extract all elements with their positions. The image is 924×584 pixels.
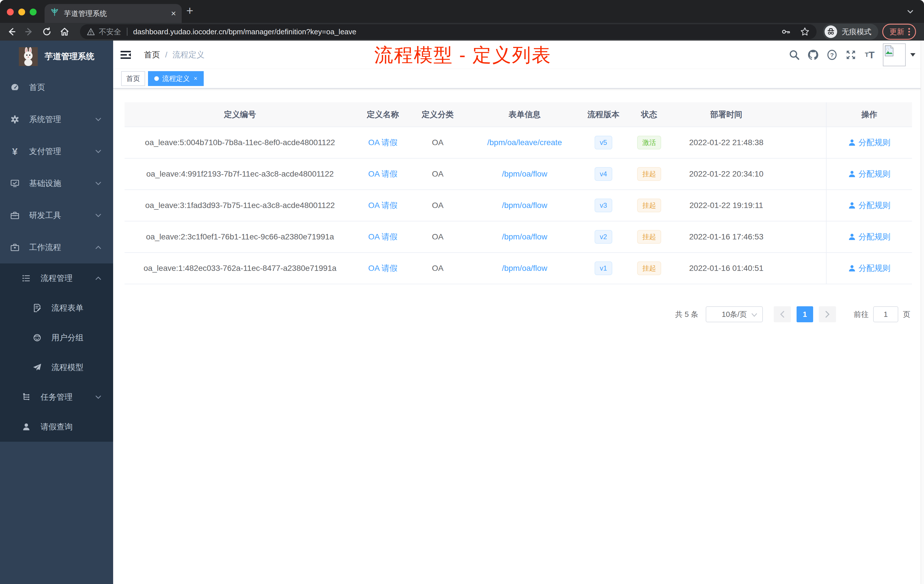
update-browser-button[interactable]: 更新 [882,24,916,40]
tab-search-chevron-icon[interactable] [906,7,914,18]
definition-name-link[interactable]: OA 请假 [368,138,398,147]
sidebar-item-home[interactable]: 首页 [0,71,113,104]
next-page-button[interactable] [819,306,836,322]
definition-name-link[interactable]: OA 请假 [368,170,398,178]
assign-rule-link[interactable]: 分配规则 [848,231,891,242]
yen-icon: ¥ [10,147,20,156]
minimize-window-button[interactable] [18,8,25,15]
window-controls[interactable] [7,8,36,15]
prev-page-button[interactable] [774,306,791,322]
caret-down-icon[interactable] [910,53,916,56]
form-link[interactable]: /bpm/oa/flow [502,232,548,241]
sidebar-item-label: 流程管理 [41,273,73,284]
goto-page-input[interactable]: 1 [873,306,898,322]
cell-version: v1 [584,252,623,284]
assign-rule-link[interactable]: 分配规则 [848,263,891,274]
user-avatar[interactable] [883,43,906,66]
form-link[interactable]: /bpm/oa/flow [502,170,548,178]
form-link[interactable]: /bpm/oa/leave/create [487,138,562,147]
form-link[interactable]: /bpm/oa/flow [502,201,548,210]
browser-menu-icon[interactable] [908,28,910,35]
sidebar-item-label: 系统管理 [29,114,61,125]
screen: 芋道管理系统 × + [0,0,924,584]
back-button[interactable] [5,25,18,39]
address-bar[interactable]: 不安全 dashboard.yudao.iocoder.cn/bpm/manag… [80,24,817,39]
breadcrumb-home[interactable]: 首页 [144,49,160,60]
cell-version: v5 [584,127,623,158]
github-icon[interactable] [807,49,819,61]
scrollbar-track[interactable] [921,41,924,584]
sidebar-item-devtools[interactable]: 研发工具 [0,200,113,231]
paper-plane-icon [33,363,42,372]
cell-category: OA [410,221,465,252]
new-tab-button[interactable]: + [186,3,193,18]
cell-form: /bpm/oa/leave/create [465,127,584,158]
definition-name-link[interactable]: OA 请假 [368,201,398,210]
toolbox-icon [10,211,20,220]
help-icon[interactable]: ? [826,49,838,61]
cell-deploy-time: 2022-01-22 19:19:11 [675,190,777,221]
password-key-icon[interactable] [781,27,791,36]
tag-home[interactable]: 首页 [121,71,145,86]
close-window-button[interactable] [7,8,14,15]
sidebar-item-workflow[interactable]: 工作流程 [0,231,113,264]
cell-name: OA 请假 [355,221,410,252]
sidebar: 芋道管理系统 首页 系统管理 ¥ 支付管 [0,41,113,584]
assign-rule-link[interactable]: 分配规则 [848,137,891,148]
briefcase-icon [10,243,20,252]
sidebar-item-process-form[interactable]: 流程表单 [0,293,113,323]
cell-filler [777,221,826,252]
tab-close-icon[interactable]: × [171,9,176,18]
sidebar-item-leave-query[interactable]: 请假查询 [0,412,113,442]
tab-title: 芋道管理系统 [64,9,171,18]
sidebar-item-label: 支付管理 [29,146,61,157]
home-button[interactable] [58,25,71,39]
cell-version: v3 [584,190,623,221]
address-divider [127,28,127,36]
assign-rule-link[interactable]: 分配规则 [848,168,891,180]
tab-strip: 芋道管理系统 × + [0,0,924,23]
col-header-version: 流程版本 [584,102,623,127]
tag-process-definition[interactable]: 流程定义 × [148,71,204,86]
status-badge: 激活 [637,136,661,149]
sidebar-logo[interactable]: 芋道管理系统 [0,41,113,70]
cell-filler [777,127,826,158]
current-page-button[interactable]: 1 [797,306,813,322]
search-icon[interactable] [788,49,800,61]
hamburger-icon[interactable] [113,49,132,61]
zoom-window-button[interactable] [30,8,36,15]
sidebar-item-user-group[interactable]: 用户分组 [0,323,113,353]
sidebar-item-process-model[interactable]: 流程模型 [0,353,113,382]
fullscreen-icon[interactable] [845,49,857,61]
browser-tab[interactable]: 芋道管理系统 × [45,4,182,23]
cell-form: /bpm/oa/flow [465,190,584,221]
annotation-title: 流程模型 - 定义列表 [374,42,551,68]
font-size-icon[interactable]: TT [863,49,876,61]
form-link[interactable]: /bpm/oa/flow [502,264,548,272]
chevron-down-icon [95,116,102,123]
cell-deploy-time: 2022-01-16 17:46:53 [675,221,777,252]
forward-button[interactable] [22,25,36,39]
cell-filler [777,158,826,190]
chevron-down-icon [95,212,102,219]
definition-name-link[interactable]: OA 请假 [368,264,398,272]
sidebar-item-payment[interactable]: ¥ 支付管理 [0,135,113,167]
page-size-select[interactable]: 10条/页 [706,306,763,322]
cell-id: oa_leave:4:991f2193-7b7f-11ec-a3c8-acde4… [125,158,355,190]
cell-status: 挂起 [623,158,675,190]
cell-id: oa_leave:2:3c1f0ef1-76b1-11ec-9c66-a2380… [125,221,355,252]
definition-name-link[interactable]: OA 请假 [368,232,398,241]
sidebar-item-infra[interactable]: 基础设施 [0,167,113,200]
sidebar-item-task-mgmt[interactable]: 任务管理 [0,382,113,412]
bookmark-star-icon[interactable] [800,27,810,36]
status-badge: 挂起 [637,261,661,275]
chevron-down-icon [95,394,102,401]
assign-rule-link[interactable]: 分配规则 [848,200,891,211]
table-row: oa_leave:1:482ec033-762a-11ec-8477-a2380… [125,252,912,284]
reload-button[interactable] [40,25,54,39]
navbar-actions: ? TT [782,43,924,66]
tag-close-icon[interactable]: × [194,75,198,82]
pagination-total: 共 5 条 [675,309,698,319]
sidebar-item-process-mgmt[interactable]: 流程管理 [0,264,113,293]
sidebar-item-system[interactable]: 系统管理 [0,104,113,135]
